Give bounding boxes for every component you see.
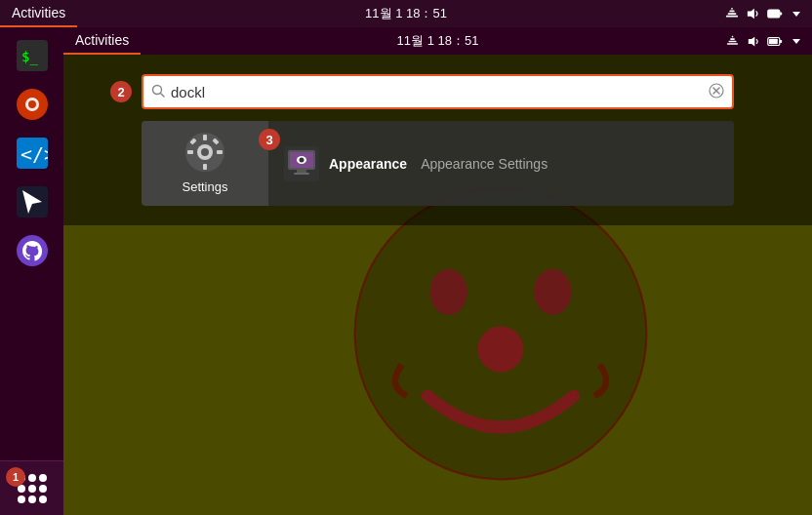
svg-rect-40 bbox=[203, 135, 207, 140]
svg-marker-8 bbox=[792, 12, 800, 17]
svg-rect-30 bbox=[769, 38, 778, 44]
svg-rect-0 bbox=[726, 16, 738, 18]
network-icon[interactable] bbox=[724, 6, 740, 21]
sidebar-item-github[interactable] bbox=[10, 228, 55, 273]
inner-tray bbox=[724, 33, 812, 49]
svg-marker-31 bbox=[792, 39, 800, 44]
svg-line-33 bbox=[161, 93, 165, 97]
result-app-description: Appearance Settings bbox=[421, 156, 548, 172]
inner-topbar: Activities 11월 1 18：51 bbox=[63, 27, 812, 55]
step2-badge: 2 bbox=[110, 81, 132, 102]
svg-rect-3 bbox=[731, 8, 733, 10]
svg-rect-25 bbox=[730, 38, 735, 40]
svg-rect-49 bbox=[297, 170, 306, 173]
svg-point-21 bbox=[534, 269, 571, 315]
tray-dropdown-icon[interactable] bbox=[789, 6, 804, 21]
outer-activities-label: Activities bbox=[12, 5, 65, 20]
volume-icon[interactable] bbox=[746, 6, 761, 21]
inner-battery-icon[interactable] bbox=[767, 33, 783, 49]
outer-sidebar: $_ </> 1 bbox=[0, 27, 63, 515]
svg-marker-4 bbox=[748, 9, 754, 20]
svg-rect-29 bbox=[780, 39, 782, 42]
screenshot-window: Activities 11월 1 18：51 bbox=[63, 27, 812, 515]
svg-rect-41 bbox=[203, 164, 207, 170]
svg-rect-7 bbox=[769, 11, 778, 17]
svg-point-18 bbox=[17, 235, 48, 266]
outer-clock: 11월 1 18：51 bbox=[365, 5, 447, 22]
svg-rect-26 bbox=[731, 35, 733, 37]
apps-button[interactable]: 1 bbox=[0, 460, 63, 515]
step3-badge: 3 bbox=[259, 129, 280, 150]
inner-clock: 11월 1 18：51 bbox=[397, 32, 479, 50]
inner-dropdown-icon[interactable] bbox=[789, 33, 804, 49]
inner-volume-icon[interactable] bbox=[746, 33, 761, 49]
results-area: Settings 3 Appearance Appearance Sett bbox=[142, 121, 734, 206]
search-area: 2 bbox=[63, 55, 812, 225]
svg-rect-23 bbox=[726, 43, 737, 45]
sidebar-item-settings[interactable] bbox=[10, 82, 55, 127]
svg-point-52 bbox=[300, 157, 304, 162]
svg-point-22 bbox=[477, 327, 523, 373]
outer-tray bbox=[724, 6, 812, 21]
sidebar-item-terminal[interactable]: $_ bbox=[10, 33, 55, 78]
battery-icon[interactable] bbox=[767, 6, 783, 21]
svg-text:$_: $_ bbox=[21, 49, 38, 65]
result-app-name: Appearance bbox=[329, 156, 407, 172]
clear-search-icon[interactable] bbox=[709, 83, 724, 101]
settings-app-icon bbox=[185, 133, 224, 172]
apps-badge: 1 bbox=[6, 467, 25, 487]
outer-activities-button[interactable]: Activities bbox=[0, 0, 77, 27]
svg-point-20 bbox=[429, 269, 467, 315]
results-left-label: Settings bbox=[183, 179, 228, 194]
outer-topbar: Activities 11월 1 18：51 bbox=[0, 0, 812, 27]
search-icon bbox=[151, 84, 165, 100]
svg-point-39 bbox=[201, 148, 209, 156]
svg-rect-43 bbox=[217, 150, 223, 154]
search-input[interactable] bbox=[171, 84, 709, 100]
inner-network-icon[interactable] bbox=[724, 33, 740, 49]
svg-rect-6 bbox=[780, 12, 782, 15]
svg-rect-1 bbox=[728, 13, 737, 15]
inner-activities-label: Activities bbox=[75, 32, 129, 48]
svg-rect-50 bbox=[294, 173, 309, 175]
results-right[interactable]: 3 Appearance Appearance Settings bbox=[268, 121, 734, 206]
appearance-result-icon bbox=[284, 146, 319, 181]
svg-marker-27 bbox=[748, 36, 754, 46]
results-left[interactable]: Settings bbox=[142, 121, 268, 206]
sidebar-item-cursor[interactable] bbox=[10, 179, 55, 224]
svg-point-13 bbox=[28, 100, 36, 108]
svg-rect-42 bbox=[187, 150, 193, 154]
sidebar-item-vscode[interactable]: </> bbox=[10, 131, 55, 176]
search-input-container bbox=[142, 74, 734, 109]
svg-rect-24 bbox=[728, 40, 736, 42]
inner-activities-button[interactable]: Activities bbox=[63, 27, 141, 55]
svg-text:</>: </> bbox=[20, 142, 48, 166]
search-bar-row: 2 bbox=[142, 74, 734, 109]
svg-rect-2 bbox=[729, 11, 734, 13]
